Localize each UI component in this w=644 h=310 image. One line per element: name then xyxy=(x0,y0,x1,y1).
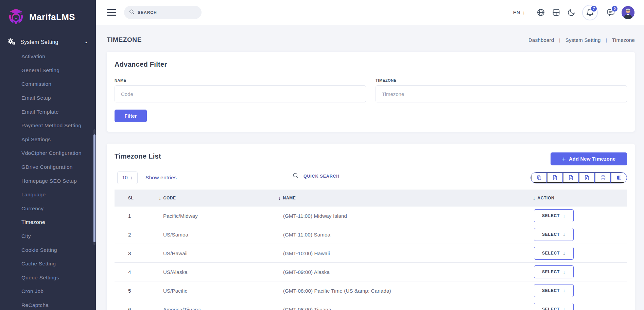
sidebar-item-label: Api Settings xyxy=(21,136,51,143)
sidebar-item-label: Email Setup xyxy=(21,95,51,101)
breadcrumb-dashboard[interactable]: Dashboard xyxy=(528,37,554,43)
dark-mode-button[interactable] xyxy=(567,8,576,17)
sidebar-item-timezone[interactable]: Timezone xyxy=(0,215,96,229)
global-search[interactable] xyxy=(124,6,202,19)
file-pdf-icon xyxy=(584,175,590,180)
sidebar-item-gdrive-configuration[interactable]: GDrive Configuration xyxy=(0,160,96,174)
column-header-code[interactable]: CODE xyxy=(163,196,176,200)
notifications-button[interactable]: 7 xyxy=(582,5,598,20)
row-sl: 6 xyxy=(115,307,145,310)
user-avatar[interactable] xyxy=(622,6,634,19)
search-input[interactable] xyxy=(138,10,192,15)
breadcrumb-separator: | xyxy=(606,37,607,43)
sidebar-item-label: Cache Setting xyxy=(21,261,56,267)
sidebar-item-activation[interactable]: Activation xyxy=(0,50,96,64)
sidebar-item-email-setup[interactable]: Email Setup xyxy=(0,91,96,105)
entries-value: 10 xyxy=(122,175,127,180)
sidebar-item-city[interactable]: City xyxy=(0,229,96,243)
row-sl: 3 xyxy=(115,250,145,256)
topbar-actions: EN ↓ xyxy=(513,5,634,20)
select-button[interactable]: SELECT ↓ xyxy=(534,265,574,278)
sidebar-item-label: Timezone xyxy=(21,219,45,225)
sidebar-item-cache-setting[interactable]: Cache Setting xyxy=(0,257,96,271)
quick-search[interactable] xyxy=(292,170,399,184)
sidebar-scrollbar-thumb[interactable] xyxy=(93,134,95,242)
messages-button[interactable]: 0 xyxy=(606,8,615,17)
select-button[interactable]: SELECT ↓ xyxy=(534,209,574,222)
breadcrumb-separator: | xyxy=(559,37,560,43)
column-header-sl: SL xyxy=(128,196,134,200)
sidebar-item-homepage-seo-setup[interactable]: Homepage SEO Setup xyxy=(0,174,96,188)
chevron-down-icon: ↓ xyxy=(523,10,525,15)
select-button[interactable]: SELECT ↓ xyxy=(534,284,574,297)
sidebar-item-general-setting[interactable]: General Setting xyxy=(0,64,96,78)
notifications-badge: 7 xyxy=(590,5,597,12)
select-button[interactable]: SELECT ↓ xyxy=(534,247,574,260)
column-header-action[interactable]: ACTION xyxy=(538,196,555,200)
sort-icon-action[interactable]: ↓ xyxy=(533,195,536,201)
sidebar-section-system-setting[interactable]: System Setting ▲ xyxy=(0,35,96,50)
main-content: TIMEZONE Dashboard | System Setting | Ti… xyxy=(96,25,644,310)
pdf-export-button[interactable] xyxy=(579,173,595,183)
sort-icon-code[interactable]: ↓ xyxy=(159,195,161,201)
sidebar-item-commission[interactable]: Commission xyxy=(0,77,96,91)
moon-icon xyxy=(567,9,575,17)
table-header: SL ↓ CODE ↓ NAME ↓ ACTION xyxy=(115,190,627,207)
gears-icon xyxy=(7,37,16,47)
file-excel-icon xyxy=(552,175,558,180)
sidebar-item-payment-method-setting[interactable]: Payment Method Setting xyxy=(0,119,96,133)
timezone-field[interactable] xyxy=(376,85,627,102)
language-selector[interactable]: EN ↓ xyxy=(513,10,525,15)
brand[interactable]: MarifaLMS xyxy=(0,0,96,33)
sidebar-item-currency[interactable]: Currency xyxy=(0,202,96,216)
sidebar-item-label: Homepage SEO Setup xyxy=(21,178,77,184)
globe-icon xyxy=(537,8,545,17)
row-name: (GMT-11:00) Midway Island xyxy=(265,213,525,219)
sidebar-item-recaptcha[interactable]: ReCaptcha xyxy=(0,298,96,310)
print-button[interactable] xyxy=(595,173,611,183)
row-name: (GMT-08:00) Pacific Time (US &amp; Canad… xyxy=(265,288,525,294)
sidebar-item-label: VdoCipher Configuration xyxy=(21,150,82,156)
globe-button[interactable] xyxy=(536,8,545,17)
layout-icon xyxy=(552,8,560,17)
sidebar-item-cron-job[interactable]: Cron Job xyxy=(0,284,96,298)
breadcrumb: Dashboard | System Setting | Timezone xyxy=(528,37,635,43)
quick-search-input[interactable] xyxy=(303,174,388,179)
page-title: TIMEZONE xyxy=(107,36,142,44)
column-header-name[interactable]: NAME xyxy=(283,196,296,200)
select-button-label: SELECT xyxy=(542,307,560,310)
columns-visibility-button[interactable] xyxy=(611,173,627,183)
row-name: (GMT-10:00) Hawaii xyxy=(265,250,525,256)
sidebar: MarifaLMS S xyxy=(0,0,96,310)
breadcrumb-system-setting[interactable]: System Setting xyxy=(565,37,601,43)
sidebar-item-email-template[interactable]: Email Template xyxy=(0,105,96,119)
sidebar-item-language[interactable]: Language xyxy=(0,188,96,202)
timezone-list-card: Timezone List + Add New Timezone 10 ↓ Sh… xyxy=(107,144,635,310)
filter-button[interactable]: Filter xyxy=(115,110,147,122)
topbar: EN ↓ xyxy=(96,0,644,25)
table-row: 2 US/Samoa (GMT-11:00) Samoa SELECT ↓ xyxy=(115,225,627,244)
copy-button[interactable] xyxy=(531,173,547,183)
select-button-label: SELECT xyxy=(542,288,560,293)
csv-export-button[interactable] xyxy=(563,173,579,183)
sort-icon-name[interactable]: ↓ xyxy=(278,195,281,201)
name-field[interactable] xyxy=(115,85,366,102)
sidebar-item-api-settings[interactable]: Api Settings xyxy=(0,133,96,147)
sidebar-item-cookie-setting[interactable]: Cookie Setting xyxy=(0,243,96,257)
select-button[interactable]: SELECT ↓ xyxy=(534,228,574,241)
table-row: 5 US/Pacific (GMT-08:00) Pacific Time (U… xyxy=(115,281,627,300)
excel-export-button[interactable] xyxy=(547,173,563,183)
sidebar-item-label: Cron Job xyxy=(21,288,43,294)
row-code: US/Samoa xyxy=(145,232,265,238)
add-new-timezone-button[interactable]: + Add New Timezone xyxy=(551,152,627,165)
menu-toggle-icon[interactable] xyxy=(107,9,116,16)
row-code: US/Pacific xyxy=(145,288,265,294)
layout-button[interactable] xyxy=(552,8,560,17)
sidebar-item-label: Commission xyxy=(21,81,51,87)
columns-icon xyxy=(616,175,622,180)
select-button[interactable]: SELECT ↓ xyxy=(534,303,574,310)
sidebar-item-queue-settings[interactable]: Queue Settings xyxy=(0,271,96,285)
entries-per-page-select[interactable]: 10 ↓ xyxy=(117,172,138,184)
sidebar-item-vdocipher-configuration[interactable]: VdoCipher Configuration xyxy=(0,146,96,160)
sidebar-item-label: Email Template xyxy=(21,109,59,115)
